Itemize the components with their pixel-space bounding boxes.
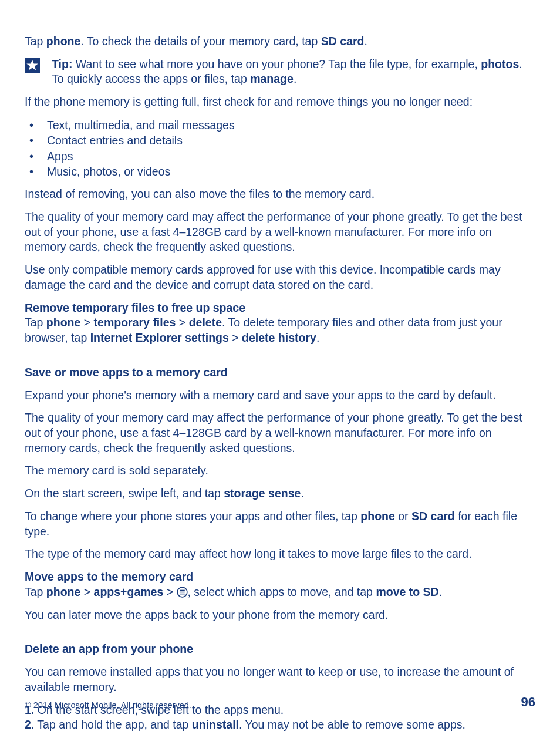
text-bold: SD card [411, 510, 455, 523]
text: > [163, 585, 176, 598]
paragraph: You can later move the apps back to your… [25, 608, 535, 623]
text: > [80, 316, 93, 329]
paragraph: The quality of your memory card may affe… [25, 210, 535, 255]
paragraph: The quality of your memory card may affe… [25, 410, 535, 456]
section-heading: Save or move apps to a memory card [25, 365, 535, 380]
list-item: Apps [25, 149, 535, 164]
page-footer: © 2014 Microsoft Mobile. All rights rese… [25, 695, 535, 710]
list-item: Music, photos, or videos [25, 164, 535, 179]
text: . To check the details of your memory ca… [80, 35, 321, 48]
paragraph: To change where your phone stores your a… [25, 509, 535, 539]
tip-label: Tip: [52, 58, 72, 70]
list-item: 2. Tap and hold the app, and tap uninsta… [25, 717, 535, 733]
step-number: 2. [25, 718, 34, 731]
tip-text: Tip: Want to see what more you have on y… [52, 57, 535, 87]
select-list-icon [177, 587, 188, 598]
text: > [229, 331, 242, 344]
list-item: Contact entries and details [25, 133, 535, 148]
paragraph: If the phone memory is getting full, fir… [25, 95, 535, 110]
text: , select which apps to move, and tap [188, 585, 376, 598]
text: . [439, 585, 442, 598]
page-number: 96 [521, 695, 535, 710]
document-page: Tap phone. To check the details of your … [0, 0, 560, 738]
text-bold: phone [360, 510, 395, 523]
paragraph: Tap phone > apps+games > , select which … [25, 585, 535, 600]
text-bold: manage [250, 72, 294, 85]
text-bold: delete [189, 316, 222, 329]
text: . [364, 35, 367, 48]
paragraph: Instead of removing, you can also move t… [25, 187, 535, 202]
text: . You may not be able to remove some app… [239, 718, 465, 731]
text: . [294, 72, 296, 85]
text-bold: storage sense [224, 487, 301, 500]
paragraph: You can remove installed apps that you n… [25, 665, 535, 695]
section-heading: Move apps to the memory card [25, 569, 535, 585]
text-bold: temporary files [94, 316, 176, 329]
section-heading: Remove temporary files to free up space [25, 301, 535, 316]
text-bold: move to SD [376, 585, 438, 598]
text-bold: phone [46, 35, 81, 48]
paragraph: Expand your phone's memory with a memory… [25, 388, 535, 403]
text: or [395, 510, 411, 523]
paragraph: Tap phone > temporary files > delete. To… [25, 315, 535, 345]
tip-callout: Tip: Want to see what more you have on y… [25, 57, 535, 87]
text: Tap and hold the app, and tap [34, 718, 192, 731]
text: To change where your phone stores your a… [25, 510, 360, 523]
text: > [80, 585, 93, 598]
text-bold: SD card [321, 35, 365, 48]
text-bold: phone [46, 585, 81, 598]
paragraph: Tap phone. To check the details of your … [25, 34, 535, 49]
text-bold: apps+games [94, 585, 164, 598]
text: > [176, 316, 188, 329]
text-bold: delete history [242, 331, 316, 344]
text: Tap [25, 585, 46, 598]
paragraph: Use only compatible memory cards approve… [25, 262, 535, 292]
text: Tap [25, 316, 46, 329]
text: On the start screen, swipe left, and tap [25, 487, 224, 500]
section-heading: Delete an app from your phone [25, 642, 535, 657]
list-item: Text, multimedia, and mail messages [25, 117, 535, 133]
text: Tap [25, 35, 46, 48]
text: . [301, 487, 303, 500]
paragraph: The memory card is sold separately. [25, 463, 535, 478]
paragraph: On the start screen, swipe left, and tap… [25, 486, 535, 501]
svg-marker-0 [26, 60, 38, 70]
bullet-list: Text, multimedia, and mail messages Cont… [25, 117, 535, 179]
copyright-text: © 2014 Microsoft Mobile. All rights rese… [25, 700, 191, 710]
paragraph: The type of the memory card may affect h… [25, 547, 535, 562]
text: . [316, 331, 319, 344]
text-bold: phone [46, 316, 81, 329]
text: Want to see what more you have on your p… [72, 58, 481, 70]
star-icon [25, 58, 40, 73]
text-bold: uninstall [192, 718, 239, 731]
page-content: Tap phone. To check the details of your … [25, 34, 535, 738]
text-bold: Internet Explorer settings [90, 331, 229, 344]
text-bold: photos [481, 58, 519, 70]
